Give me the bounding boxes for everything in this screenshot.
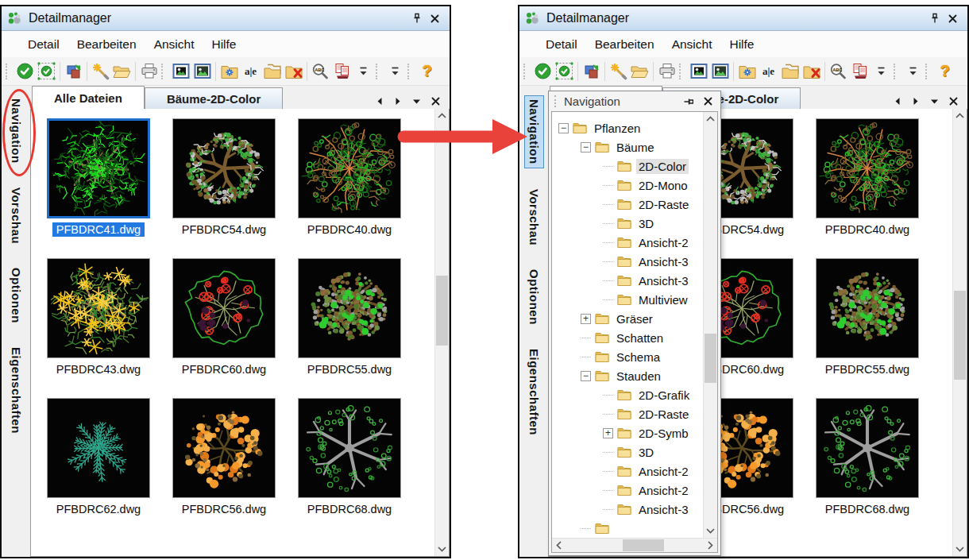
search-icon[interactable]: ABC [828,60,849,83]
menu-hilfe[interactable]: Hilfe [203,35,245,54]
toolbar-grip[interactable] [523,64,531,79]
scroll-thumb[interactable] [954,291,966,380]
file-item[interactable]: PFBDRC40.dwg [298,118,401,237]
scroll-right-button[interactable] [704,539,717,552]
collapse-icon[interactable]: − [581,142,591,153]
tab-alle-dateien[interactable]: Alle Dateien [32,86,145,109]
tree-item-2d-raste[interactable]: 2D-Raste [552,195,703,214]
sidebar-item-optionen[interactable]: Optionen [525,266,543,328]
approve-selection-icon[interactable] [36,60,57,83]
expand-icon[interactable]: + [603,428,613,438]
tree-item-bäume[interactable]: −Bäume [552,137,703,156]
toolbar-grip[interactable] [6,64,13,79]
file-item[interactable]: PFBDRC68.dwg [298,398,401,516]
close-icon[interactable] [426,10,443,26]
menu-detail[interactable]: Detail [19,35,68,54]
scroll-thumb[interactable] [436,276,448,346]
approve-selection-icon[interactable] [554,60,575,83]
navigation-panel-header[interactable]: Navigation [549,91,720,111]
toolbar-grip[interactable] [894,64,901,79]
tree-item-multiview[interactable]: Multiview [552,290,703,309]
collapse-icon[interactable]: − [581,371,591,381]
tab-menu-icon[interactable] [412,98,421,105]
file-item[interactable]: PFBDRC54.dwg [172,118,276,237]
vertical-scrollbar[interactable] [952,109,967,556]
auto-hide-pin-icon[interactable] [681,95,695,108]
folder-copy-icon[interactable] [779,60,801,83]
close-icon[interactable] [701,95,715,108]
tab-next-icon[interactable] [912,97,920,106]
file-item[interactable]: PFBDRC40.dwg [816,118,919,237]
menu-detail[interactable]: Detail [537,35,586,54]
scroll-down-button[interactable] [953,543,967,556]
tree-vertical-scrollbar[interactable] [703,112,717,538]
rename-icon[interactable]: a|e [758,60,779,83]
sidebar-item-optionen[interactable]: Optionen [7,265,25,326]
pin-icon[interactable] [926,10,944,26]
sidebar-item-vorschau[interactable]: Vorschau [525,186,543,249]
help-icon[interactable]: ? [934,60,955,83]
panel-grip[interactable] [554,95,558,107]
tree-item-ansicht-3[interactable]: Ansicht-3 [552,271,703,290]
tree-item-schema[interactable]: Schema [552,347,703,366]
print-icon[interactable] [656,60,678,83]
tree-item-schatten[interactable]: Schatten [552,328,703,347]
overflow-icon[interactable] [871,60,892,83]
toolbar-grip[interactable] [407,64,415,79]
scroll-thumb[interactable] [705,334,716,383]
tree-item-pflanzen[interactable]: −Pflanzen [552,118,703,137]
tab-next-icon[interactable] [394,97,402,106]
expand-icon[interactable]: + [581,314,591,324]
folder-delete-icon[interactable] [283,60,304,83]
copy-colors-icon[interactable] [63,60,84,83]
copy-colors-icon[interactable] [581,60,602,83]
menu-hilfe[interactable]: Hilfe [720,35,762,54]
tree-item-ansicht-3[interactable]: Ansicht-3 [552,500,703,519]
folder-new-icon[interactable] [218,60,240,83]
folder-new-icon[interactable] [736,60,758,83]
toolbar-grip[interactable] [925,64,932,79]
tree-item-ansicht-2[interactable]: Ansicht-2 [552,233,703,252]
toolbar-grip[interactable] [679,64,686,79]
file-item[interactable]: PFBDRC56.dwg [172,398,276,516]
collapse-icon[interactable]: − [558,123,569,133]
print-icon[interactable] [138,60,160,83]
file-item[interactable]: PFBDRC55.dwg [816,258,919,377]
wand-icon[interactable] [608,60,629,83]
scroll-track[interactable] [953,122,967,543]
overflow-icon[interactable] [902,60,924,83]
sidebar-item-eigenschaften[interactable]: Eigenschaften [7,344,25,437]
folder-open-icon[interactable] [111,60,133,83]
file-item[interactable]: PFBDRC68.dwg [816,398,919,516]
menu-bearbeiten[interactable]: Bearbeiten [68,35,145,54]
file-item[interactable]: PFBDRC62.dwg [47,398,150,516]
menu-bearbeiten[interactable]: Bearbeiten [586,35,663,54]
tree-item[interactable] [552,519,703,538]
scroll-thumb[interactable] [623,539,664,551]
file-item[interactable]: PFBDRC43.dwg [47,258,150,377]
tree-item-2d-grafik[interactable]: 2D-Grafik [552,385,703,404]
tree-item-ansicht-2[interactable]: Ansicht-2 [552,481,703,500]
delete-icon[interactable] [331,60,353,83]
tab-prev-icon[interactable] [894,97,901,106]
tab-baeume-2d-color[interactable]: Bäume-2D-Color [145,87,283,109]
file-item[interactable]: PFBDRC60.dwg [172,258,276,377]
tree-item-2d-raste[interactable]: 2D-Raste [552,404,703,423]
close-icon[interactable] [944,10,961,26]
file-item[interactable]: PFBDRC41.dwg [47,118,150,237]
approve-icon[interactable] [532,60,554,83]
menu-ansicht[interactable]: Ansicht [145,35,203,54]
tree-item-3d[interactable]: 3D [552,442,703,462]
folder-copy-icon[interactable] [261,60,283,83]
overflow-icon[interactable] [353,60,374,83]
search-icon[interactable]: ABC [310,60,331,83]
scroll-up-button[interactable] [953,109,967,122]
tree-item-2d-mono[interactable]: 2D-Mono [552,176,703,195]
tree-item-2d-color[interactable]: 2D-Color [552,156,703,176]
tree-item-ansicht-3[interactable]: Ansicht-3 [552,252,703,271]
toolbar-grip[interactable] [376,64,383,79]
tree-item-2d-symb[interactable]: +2D-Symb [552,423,703,442]
titlebar[interactable]: Detailmanager [519,6,967,31]
image-small-icon[interactable] [688,60,709,83]
titlebar[interactable]: Detailmanager [2,6,450,31]
